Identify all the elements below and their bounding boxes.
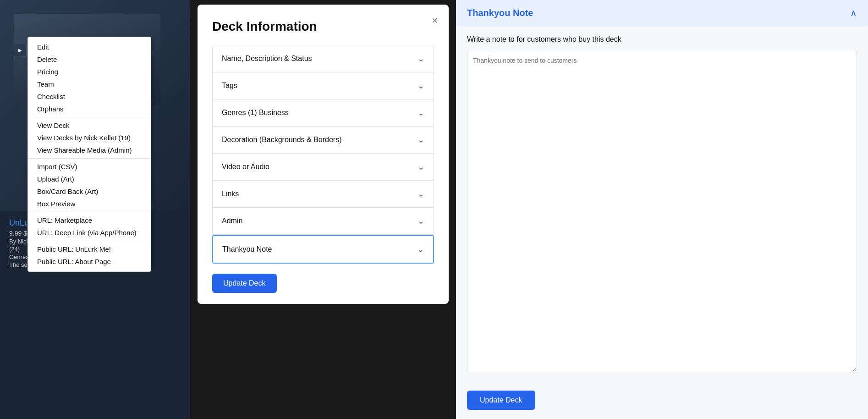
right-description: Write a note to for customers who buy th… xyxy=(467,35,857,44)
divider-4 xyxy=(28,241,151,241)
accordion-item-tags: Tags ⌄ xyxy=(212,72,434,99)
modal-close-button[interactable]: × xyxy=(432,16,438,26)
chevron-down-icon-thankyou: ⌄ xyxy=(417,244,424,254)
deck-info-modal: Deck Information × Name, Description & S… xyxy=(198,5,449,304)
accordion-item-admin: Admin ⌄ xyxy=(212,207,434,235)
accordion-item-thankyou: Thankyou Note ⌄ xyxy=(212,235,434,264)
divider-1 xyxy=(28,117,151,117)
accordion-label-admin: Admin xyxy=(222,217,242,225)
chevron-down-icon-decoration: ⌄ xyxy=(418,135,424,145)
context-menu: Edit Delete Pricing Team Checklist Orpha… xyxy=(27,37,151,272)
menu-item-orphans[interactable]: Orphans xyxy=(28,103,151,115)
accordion-list: Name, Description & Status ⌄ Tags ⌄ Genr… xyxy=(212,45,434,264)
chevron-down-icon-name-desc: ⌄ xyxy=(418,54,424,64)
menu-item-view-deck[interactable]: View Deck xyxy=(28,119,151,132)
chevron-up-icon[interactable]: ∧ xyxy=(850,7,857,18)
menu-item-public-url-about[interactable]: Public URL: About Page xyxy=(28,255,151,268)
accordion-label-genres: Genres (1) Business xyxy=(222,109,289,117)
accordion-header-decoration[interactable]: Decoration (Backgrounds & Borders) ⌄ xyxy=(213,127,434,153)
accordion-label-decoration: Decoration (Backgrounds & Borders) xyxy=(222,136,341,144)
accordion-header-thankyou[interactable]: Thankyou Note ⌄ xyxy=(213,236,433,263)
accordion-item-video-audio: Video or Audio ⌄ xyxy=(212,153,434,181)
menu-item-box-card-back[interactable]: Box/Card Back (Art) xyxy=(28,185,151,198)
menu-item-url-deep-link[interactable]: URL: Deep Link (via App/Phone) xyxy=(28,226,151,239)
right-header-title: Thankyou Note xyxy=(467,8,533,18)
menu-item-view-decks-by[interactable]: View Decks by Nick Kellet (19) xyxy=(28,132,151,144)
menu-item-url-marketplace[interactable]: URL: Marketplace xyxy=(28,214,151,226)
menu-item-checklist[interactable]: Checklist xyxy=(28,90,151,103)
divider-3 xyxy=(28,212,151,212)
accordion-item-decoration: Decoration (Backgrounds & Borders) ⌄ xyxy=(212,126,434,154)
right-panel-header: Thankyou Note ∧ xyxy=(456,0,868,26)
expand-button[interactable]: ▶ xyxy=(14,44,27,56)
accordion-item-genres: Genres (1) Business ⌄ xyxy=(212,99,434,127)
menu-item-edit[interactable]: Edit xyxy=(28,41,151,53)
right-panel: Thankyou Note ∧ Write a note to for cust… xyxy=(456,0,868,419)
modal-overlay: Deck Information × Name, Description & S… xyxy=(190,0,456,419)
menu-item-view-shareable[interactable]: View Shareable Media (Admin) xyxy=(28,144,151,156)
menu-item-box-preview[interactable]: Box Preview xyxy=(28,198,151,210)
chevron-down-icon-video-audio: ⌄ xyxy=(418,162,424,172)
menu-item-public-url-unlurk[interactable]: Public URL: UnLurk Me! xyxy=(28,243,151,255)
deck-image: ▶ Edit Delete Pricing Team Checklist Orp… xyxy=(0,0,190,211)
accordion-label-tags: Tags xyxy=(222,82,237,90)
accordion-header-video-audio[interactable]: Video or Audio ⌄ xyxy=(213,154,434,180)
accordion-label-thankyou: Thankyou Note xyxy=(222,245,272,254)
divider-2 xyxy=(28,158,151,159)
chevron-down-icon-genres: ⌄ xyxy=(418,108,424,118)
chevron-down-icon-tags: ⌄ xyxy=(418,81,424,91)
accordion-item-links: Links ⌄ xyxy=(212,180,434,208)
left-panel: ▶ Edit Delete Pricing Team Checklist Orp… xyxy=(0,0,190,419)
accordion-label-video-audio: Video or Audio xyxy=(222,163,269,171)
accordion-header-admin[interactable]: Admin ⌄ xyxy=(213,208,434,234)
accordion-header-links[interactable]: Links ⌄ xyxy=(213,181,434,207)
modal-update-deck-button[interactable]: Update Deck xyxy=(212,274,277,293)
accordion-header-name-desc[interactable]: Name, Description & Status ⌄ xyxy=(213,45,434,72)
menu-item-import-csv[interactable]: Import (CSV) xyxy=(28,160,151,173)
chevron-down-icon-admin: ⌄ xyxy=(418,216,424,226)
menu-item-pricing[interactable]: Pricing xyxy=(28,66,151,78)
accordion-label-name-desc: Name, Description & Status xyxy=(222,55,312,63)
menu-item-upload-art[interactable]: Upload (Art) xyxy=(28,173,151,185)
accordion-label-links: Links xyxy=(222,190,239,198)
menu-item-delete[interactable]: Delete xyxy=(28,53,151,66)
right-panel-footer: Update Deck xyxy=(456,381,868,419)
accordion-header-tags[interactable]: Tags ⌄ xyxy=(213,72,434,99)
menu-item-team[interactable]: Team xyxy=(28,78,151,90)
right-panel-body: Write a note to for customers who buy th… xyxy=(456,26,868,381)
chevron-down-icon-links: ⌄ xyxy=(418,189,424,199)
accordion-item-name-desc: Name, Description & Status ⌄ xyxy=(212,45,434,72)
right-update-deck-button[interactable]: Update Deck xyxy=(467,391,535,410)
thankyou-note-textarea[interactable] xyxy=(467,51,857,372)
modal-title: Deck Information xyxy=(212,19,434,34)
accordion-header-genres[interactable]: Genres (1) Business ⌄ xyxy=(213,99,434,126)
